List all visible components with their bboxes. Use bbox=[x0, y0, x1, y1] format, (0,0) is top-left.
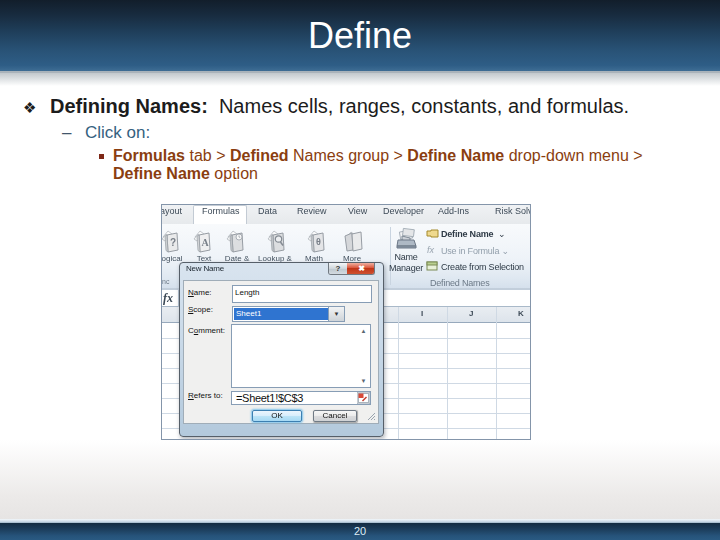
svg-text:A: A bbox=[201, 237, 209, 248]
svg-text:θ: θ bbox=[316, 237, 321, 247]
svg-text:?: ? bbox=[170, 237, 176, 248]
svg-text:fx: fx bbox=[427, 245, 435, 255]
